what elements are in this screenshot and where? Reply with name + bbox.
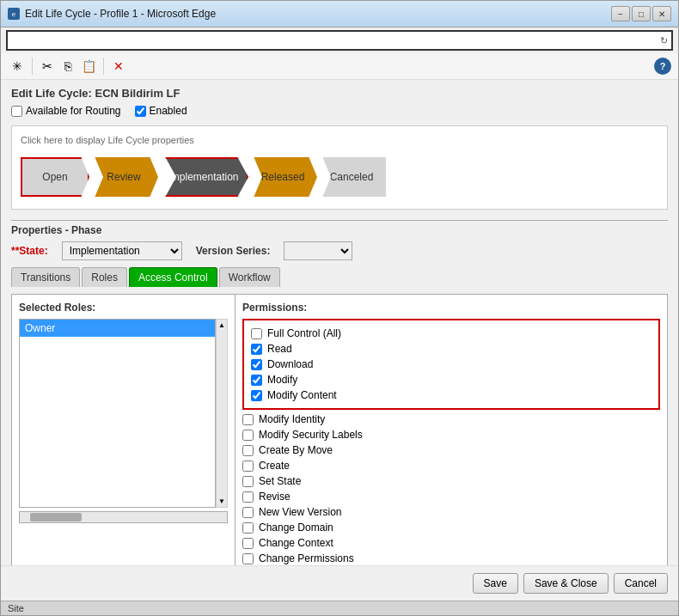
perm-create-by-move-checkbox[interactable] — [242, 445, 254, 456]
toolbar-separator-2 — [103, 58, 104, 75]
state-select[interactable]: Implementation Open Review Released Canc… — [62, 241, 182, 260]
perm-change-context-checkbox[interactable] — [242, 538, 254, 549]
copy-tool-button[interactable]: ⎘ — [58, 57, 77, 76]
perm-full-control-checkbox[interactable] — [251, 328, 262, 339]
lifecycle-stages: Open Review Implementation Released Canc… — [21, 154, 658, 200]
save-button[interactable]: Save — [473, 573, 518, 594]
stage-implementation[interactable]: Implementation — [158, 157, 248, 197]
tab-transitions[interactable]: Transitions — [11, 267, 80, 287]
main-window: e Edit Life Cycle - Profile 1 - Microsof… — [0, 0, 679, 616]
scroll-up-arrow[interactable]: ▲ — [217, 320, 227, 331]
perm-modify-security-labels-label: Modify Security Labels — [259, 429, 363, 441]
perm-modify-label: Modify — [267, 374, 297, 386]
lifecycle-hint[interactable]: Click here to display Life Cycle propert… — [21, 135, 658, 145]
perm-full-control-label: Full Control (All) — [267, 327, 341, 339]
permissions-list: Modify Identity Modify Security Labels C… — [242, 412, 660, 565]
title-bar-left: e Edit Life Cycle - Profile 1 - Microsof… — [8, 8, 216, 20]
tabs-row: Transitions Roles Access Control Workflo… — [11, 267, 668, 287]
perm-create-checkbox[interactable] — [242, 460, 254, 472]
perm-modify-content-checkbox[interactable] — [251, 390, 262, 401]
tab-roles[interactable]: Roles — [82, 267, 127, 287]
perm-modify-identity-checkbox[interactable] — [242, 414, 254, 425]
stage-released[interactable]: Released — [248, 157, 317, 197]
save-close-button[interactable]: Save & Close — [523, 573, 609, 594]
available-for-routing-text: Available for Routing — [26, 105, 121, 117]
list-area: Owner ▲ ▼ — [19, 319, 228, 508]
h-scroll-thumb — [30, 513, 82, 521]
perm-set-state: Set State — [242, 473, 660, 489]
version-series-label: Version Series: — [196, 245, 271, 257]
perm-modify-content: Modify Content — [251, 387, 651, 403]
asterisk-tool-button[interactable]: ✳ — [8, 57, 27, 76]
status-text: Site — [8, 603, 24, 613]
cancel-button[interactable]: Cancel — [614, 573, 668, 594]
paste-tool-button[interactable]: 📋 — [79, 57, 98, 76]
permissions-red-box: Full Control (All) Read Download Mo — [242, 319, 660, 410]
perm-modify-security-labels-checkbox[interactable] — [242, 430, 254, 441]
left-panel: Selected Roles: Owner ▲ ▼ — [12, 295, 236, 565]
perm-change-permissions-checkbox[interactable] — [242, 553, 254, 564]
perm-create-by-move: Create By Move — [242, 442, 660, 458]
perm-create-by-move-label: Create By Move — [259, 444, 333, 456]
perm-new-view-version-label: New View Version — [259, 506, 342, 518]
perm-change-domain-checkbox[interactable] — [242, 522, 254, 534]
two-panel: Selected Roles: Owner ▲ ▼ — [11, 294, 668, 565]
enabled-label[interactable]: Enabled — [135, 105, 187, 117]
permissions-title: Permissions: — [242, 302, 660, 314]
tab-access-control[interactable]: Access Control — [129, 267, 217, 287]
edit-lifecycle-title: Edit Life Cycle: ECN Bildirim LF — [11, 87, 668, 100]
perm-change-domain: Change Domain — [242, 520, 660, 535]
perm-set-state-checkbox[interactable] — [242, 476, 254, 487]
vertical-scrollbar[interactable]: ▲ ▼ — [216, 319, 228, 508]
version-series-select[interactable] — [284, 241, 352, 260]
perm-read: Read — [251, 341, 651, 357]
perm-modify-checkbox[interactable] — [251, 375, 262, 386]
horizontal-scrollbar[interactable] — [19, 511, 228, 523]
tab-workflow[interactable]: Workflow — [219, 267, 280, 287]
perm-change-permissions-label: Change Permissions — [259, 552, 354, 564]
available-for-routing-label[interactable]: Available for Routing — [11, 105, 121, 117]
perm-revise-checkbox[interactable] — [242, 491, 254, 503]
close-button[interactable]: ✕ — [652, 6, 671, 21]
perm-modify-identity-label: Modify Identity — [259, 413, 325, 425]
perm-modify-content-label: Modify Content — [267, 389, 337, 401]
perm-new-view-version-checkbox[interactable] — [242, 507, 254, 518]
lifecycle-panel: Click here to display Life Cycle propert… — [11, 125, 668, 210]
window-controls: − □ ✕ — [611, 6, 671, 21]
roles-list[interactable]: Owner — [19, 319, 216, 508]
edit-lifecycle-name: ECN Bildirim LF — [95, 87, 180, 100]
perm-modify-security-labels: Modify Security Labels — [242, 427, 660, 442]
list-item[interactable]: Owner — [20, 320, 215, 337]
toolbar: ✳ ✂ ⎘ 📋 ✕ ? — [1, 53, 678, 80]
state-label: **State: — [11, 245, 48, 257]
minimize-button[interactable]: − — [611, 6, 630, 21]
scroll-down-arrow[interactable]: ▼ — [217, 496, 227, 507]
perm-revise-label: Revise — [259, 491, 291, 503]
stage-canceled[interactable]: Canceled — [317, 157, 386, 197]
refresh-icon[interactable]: ↻ — [660, 35, 668, 46]
address-input[interactable] — [11, 34, 657, 46]
perm-change-permissions: Change Permissions — [242, 551, 660, 565]
state-row: **State: Implementation Open Review Rele… — [11, 241, 668, 260]
title-bar: e Edit Life Cycle - Profile 1 - Microsof… — [1, 1, 678, 27]
toolbar-separator-1 — [32, 58, 33, 75]
perm-modify-identity: Modify Identity — [242, 412, 660, 427]
edit-lifecycle-label: Edit Life Cycle: — [11, 87, 92, 100]
perm-create: Create — [242, 458, 660, 473]
restore-button[interactable]: □ — [632, 6, 651, 21]
enabled-checkbox[interactable] — [135, 106, 146, 117]
stage-open[interactable]: Open — [21, 157, 89, 197]
delete-tool-button[interactable]: ✕ — [109, 57, 128, 76]
perm-set-state-label: Set State — [259, 475, 301, 487]
perm-download-checkbox[interactable] — [251, 359, 262, 370]
perm-read-checkbox[interactable] — [251, 344, 262, 355]
available-for-routing-checkbox[interactable] — [11, 106, 22, 117]
properties-section: Properties - Phase **State: Implementati… — [11, 220, 668, 565]
perm-read-label: Read — [267, 343, 292, 355]
selected-roles-title: Selected Roles: — [19, 302, 228, 314]
stage-review[interactable]: Review — [89, 157, 158, 197]
perm-download: Download — [251, 357, 651, 372]
perm-revise: Revise — [242, 489, 660, 504]
cut-tool-button[interactable]: ✂ — [38, 57, 57, 76]
help-button[interactable]: ? — [654, 58, 671, 75]
